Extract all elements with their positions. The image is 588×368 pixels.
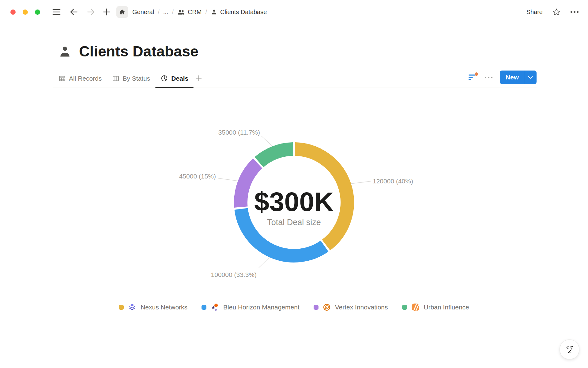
tab-label: All Records xyxy=(69,75,102,82)
breadcrumb-separator: / xyxy=(205,9,207,16)
vertex-innovations-logo-icon xyxy=(323,303,331,311)
leader-line-vertex xyxy=(218,178,238,181)
legend-label: Nexus Networks xyxy=(141,304,187,311)
new-dropdown-button[interactable] xyxy=(524,71,537,84)
legend-label: Bleu Horizon Management xyxy=(223,304,300,311)
breadcrumb: General / ... / CRM / Clients Database xyxy=(132,9,267,16)
tab-label: Deals xyxy=(171,75,188,82)
segment-label-bleu: 100000 (33.3%) xyxy=(211,271,257,278)
people-icon xyxy=(177,9,185,15)
donut-segment-urban-influence[interactable] xyxy=(259,149,293,162)
ai-assistant-button[interactable] xyxy=(560,339,579,359)
segment-label-vertex: 45000 (15%) xyxy=(179,173,216,180)
sidebar-toggle-icon[interactable] xyxy=(52,9,61,15)
page-title: Clients Database xyxy=(79,43,198,60)
legend-swatch xyxy=(314,305,318,310)
new-button-label[interactable]: New xyxy=(500,71,524,84)
legend-item-vertex-innovations[interactable]: Vertex Innovations xyxy=(314,303,388,311)
legend-label: Urban Influence xyxy=(424,304,469,311)
bleu-horizon-logo-icon xyxy=(211,303,219,311)
table-icon xyxy=(58,75,66,82)
segment-label-nexus: 120000 (40%) xyxy=(373,178,413,185)
back-arrow-icon[interactable] xyxy=(70,9,78,15)
tab-by-status[interactable]: By Status xyxy=(107,75,155,87)
board-columns-icon xyxy=(112,75,119,82)
home-icon xyxy=(119,9,126,15)
legend-swatch xyxy=(402,305,407,310)
new-page-icon[interactable] xyxy=(103,8,110,16)
nexus-networks-logo-icon xyxy=(128,303,136,311)
page-person-icon xyxy=(58,45,72,58)
tab-label: By Status xyxy=(123,75,150,82)
ai-face-icon xyxy=(564,343,576,356)
window-controls xyxy=(10,10,40,15)
legend-item-bleu-horizon[interactable]: Bleu Horizon Management xyxy=(202,303,300,311)
favorite-star-icon[interactable] xyxy=(552,8,560,16)
deals-donut-chart: 120000 (40%) 100000 (33.3%) 45000 (15%) … xyxy=(141,101,447,301)
chevron-down-icon xyxy=(528,76,533,79)
breadcrumb-item-crm[interactable]: CRM xyxy=(177,9,202,16)
tab-all-records[interactable]: All Records xyxy=(53,75,107,87)
breadcrumb-separator: / xyxy=(172,9,174,16)
chart-legend: Nexus Networks Bleu Horizon Management V… xyxy=(0,303,588,311)
window-minimize-button[interactable] xyxy=(23,10,28,15)
segment-label-urban: 35000 (11.7%) xyxy=(218,129,260,136)
breadcrumb-separator: / xyxy=(158,9,160,16)
urban-influence-logo-icon xyxy=(411,303,420,311)
legend-swatch xyxy=(119,305,124,310)
filter-sort-button[interactable] xyxy=(468,74,477,81)
leader-line-bleu xyxy=(259,257,270,268)
home-button[interactable] xyxy=(116,6,128,18)
pie-chart-icon xyxy=(160,75,168,82)
person-icon xyxy=(211,9,217,15)
share-button[interactable]: Share xyxy=(526,9,543,16)
legend-swatch xyxy=(202,305,206,310)
breadcrumb-item-general[interactable]: General xyxy=(132,9,154,16)
breadcrumb-item-collapsed[interactable]: ... xyxy=(163,9,168,16)
page-header: Clients Database xyxy=(58,43,588,60)
plus-icon xyxy=(195,75,202,82)
legend-item-nexus-networks[interactable]: Nexus Networks xyxy=(119,303,187,311)
more-options-icon[interactable] xyxy=(570,11,579,13)
leader-line-nexus xyxy=(351,181,371,184)
leader-line-urban xyxy=(262,136,273,146)
tab-deals[interactable]: Deals xyxy=(155,75,194,87)
legend-label: Vertex Innovations xyxy=(335,304,388,311)
breadcrumb-item-clients-database[interactable]: Clients Database xyxy=(211,9,267,16)
add-view-button[interactable] xyxy=(194,75,204,87)
donut-center-value: $300K xyxy=(254,186,334,217)
filter-active-dot xyxy=(475,72,478,76)
view-tabs-bar: All Records By Status Deals New xyxy=(53,70,537,87)
new-record-button[interactable]: New xyxy=(500,71,537,84)
legend-item-urban-influence[interactable]: Urban Influence xyxy=(402,303,469,311)
window-zoom-button[interactable] xyxy=(35,10,40,15)
view-options-icon[interactable] xyxy=(485,77,492,78)
window-titlebar: General / ... / CRM / Clients Database S… xyxy=(0,0,588,24)
window-close-button[interactable] xyxy=(10,10,16,15)
donut-center-label: Total Deal size xyxy=(267,218,321,227)
forward-arrow-icon[interactable] xyxy=(87,9,95,15)
